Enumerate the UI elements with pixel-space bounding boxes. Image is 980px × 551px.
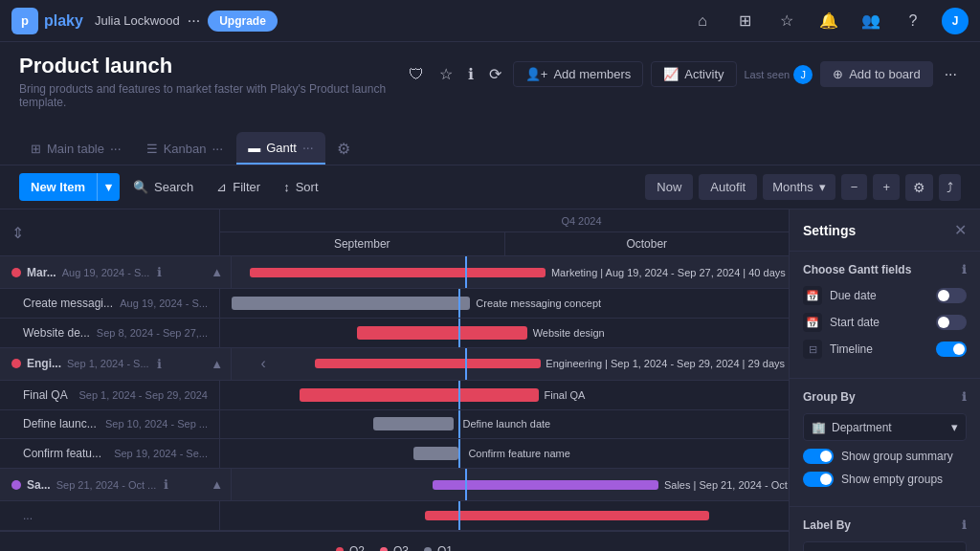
view-tabs: ⊞ Main table ··· ☰ Kanban ··· ▬ Gantt ··…: [0, 132, 980, 165]
marketing-chart-row: Marketing | Aug 19, 2024 - Sep 27, 2024 …: [239, 256, 777, 288]
task-sales-sub-label: ...: [0, 501, 220, 530]
marketing-date: Aug 19, 2024 - S...: [62, 267, 150, 278]
today-line-1: [465, 256, 467, 288]
task-confirm-feature-label: Confirm featu... Sep 19, 2024 - Se...: [0, 439, 220, 468]
gantt-label-header: ⇕: [0, 209, 220, 255]
add-members-button[interactable]: 👤+ Add members: [513, 61, 644, 87]
gantt-body: Mar... Aug 19, 2024 - S... ℹ ▲ Marketing…: [0, 256, 789, 531]
app-logo[interactable]: p plaky: [11, 8, 83, 34]
confirm-feature-bar: [413, 447, 459, 460]
gantt-fields-section: Choose Gantt fields ℹ 📅 Due date 📅 Start…: [790, 252, 980, 379]
bell-icon[interactable]: 🔔: [815, 8, 842, 34]
label-by-info[interactable]: ℹ: [962, 518, 967, 532]
start-date-label: Start date: [830, 316, 928, 329]
group-by-info[interactable]: ℹ: [962, 390, 967, 404]
user-menu-dots[interactable]: ···: [188, 12, 200, 30]
create-messaging-bar-label: Create messaging concept: [476, 298, 601, 309]
legend-q2-dot: [336, 547, 344, 552]
search-button[interactable]: 🔍 Search: [123, 174, 203, 200]
add-members-icon: 👤+: [525, 67, 548, 81]
activity-icon: 📈: [663, 67, 679, 81]
more-options-button[interactable]: ···: [941, 62, 961, 87]
legend-q1-dot: [424, 547, 432, 552]
start-date-toggle[interactable]: [936, 315, 967, 330]
sort-button[interactable]: ↕ Sort: [274, 174, 327, 200]
label-by-dropdown[interactable]: T Item name ▾: [803, 541, 967, 551]
marketing-info[interactable]: ℹ: [157, 265, 162, 279]
gantt-fields-info[interactable]: ℹ: [962, 263, 967, 276]
page-subtitle: Bring products and features to market fa…: [19, 82, 405, 109]
group-marketing-label: Mar... Aug 19, 2024 - S... ℹ ▲: [11, 256, 232, 288]
tab-main-table[interactable]: ⊞ Main table ···: [19, 133, 133, 164]
tab-gantt[interactable]: ▬ Gantt ···: [236, 132, 324, 165]
engineering-left-collapse[interactable]: ‹: [260, 355, 265, 372]
page-header: Product launch Bring products and featur…: [0, 42, 980, 121]
settings-close-button[interactable]: ✕: [954, 221, 967, 239]
shield-icon-btn[interactable]: 🛡: [405, 62, 428, 87]
logo-icon: p: [11, 8, 38, 34]
engineering-collapse[interactable]: ▲: [211, 357, 223, 371]
upgrade-button[interactable]: Upgrade: [208, 11, 278, 32]
tab-main-table-dots[interactable]: ···: [110, 141, 122, 156]
star-icon-btn[interactable]: ☆: [435, 61, 457, 87]
gantt-settings-button[interactable]: ⚙: [905, 174, 933, 201]
show-empty-groups-toggle[interactable]: [803, 472, 834, 487]
gantt-fields-title: Choose Gantt fields ℹ: [803, 263, 967, 276]
settings-panel: Settings ✕ Choose Gantt fields ℹ 📅 Due d…: [789, 209, 980, 551]
help-icon[interactable]: ?: [900, 8, 926, 34]
tab-gantt-dots[interactable]: ···: [302, 140, 314, 155]
info-icon-btn[interactable]: ℹ: [464, 61, 478, 87]
due-date-field: 📅 Due date: [803, 286, 967, 305]
timeline-toggle[interactable]: [936, 342, 967, 357]
tab-kanban-dots[interactable]: ···: [212, 141, 223, 156]
home-icon[interactable]: ⌂: [689, 8, 716, 34]
engineering-info[interactable]: ℹ: [157, 357, 162, 371]
department-icon: 🏢: [812, 421, 826, 434]
month-october: October: [505, 232, 790, 255]
tab-kanban[interactable]: ☰ Kanban ···: [135, 133, 235, 164]
group-engineering-header: Engi... Sep 1, 2024 - S... ℹ ▲ Engineeri…: [0, 348, 789, 381]
month-september: September: [220, 232, 505, 255]
show-group-summary-toggle[interactable]: [803, 449, 834, 464]
zoom-out-button[interactable]: −: [841, 174, 868, 200]
group-marketing-header: Mar... Aug 19, 2024 - S... ℹ ▲ Marketing…: [0, 256, 789, 289]
engineering-bar-label: Engineering | Sep 1, 2024 - Sep 29, 2024…: [546, 358, 785, 369]
new-item-label[interactable]: New Item: [19, 173, 97, 201]
engineering-dot: [11, 359, 21, 368]
people-icon[interactable]: 👥: [858, 8, 884, 34]
export-button[interactable]: ⤴: [939, 174, 961, 201]
app-name: plaky: [44, 12, 83, 30]
toolbar: New Item ▾ 🔍 Search ⊿ Filter ↕ Sort Now …: [0, 165, 980, 209]
due-date-toggle[interactable]: [936, 288, 967, 303]
filter-button[interactable]: ⊿ Filter: [207, 174, 270, 200]
new-item-dropdown-arrow[interactable]: ▾: [97, 173, 120, 201]
show-empty-groups-label: Show empty groups: [841, 473, 967, 486]
collapse-all-icon[interactable]: ⇕: [11, 224, 24, 242]
view-settings-button[interactable]: ⚙: [331, 134, 356, 164]
zoom-in-button[interactable]: +: [873, 174, 900, 200]
new-item-button[interactable]: New Item ▾: [19, 173, 120, 201]
add-to-board-button[interactable]: ⊕ Add to board: [820, 61, 932, 87]
star-icon[interactable]: ☆: [773, 8, 800, 34]
final-qa-chart: Final QA: [220, 381, 789, 409]
autofit-button[interactable]: Autofit: [699, 174, 757, 200]
create-messaging-bar: [232, 297, 470, 310]
due-date-icon: 📅: [803, 286, 822, 305]
months-dropdown[interactable]: Months ▾: [763, 174, 835, 200]
sales-dot: [11, 480, 21, 490]
apps-icon[interactable]: ⊞: [731, 8, 758, 34]
sales-collapse[interactable]: ▲: [211, 477, 223, 492]
marketing-collapse[interactable]: ▲: [211, 265, 223, 279]
task-define-launch: Define launc... Sep 10, 2024 - Sep ... D…: [0, 410, 789, 440]
cycle-icon-btn[interactable]: ⟳: [485, 61, 505, 87]
sales-info[interactable]: ℹ: [164, 477, 168, 492]
sales-date: Sep 21, 2024 - Oct ...: [56, 479, 157, 491]
group-by-dropdown[interactable]: 🏢 Department ▾: [803, 413, 967, 441]
task-define-launch-label: Define launc... Sep 10, 2024 - Sep ...: [0, 410, 220, 439]
today-line-4: [465, 348, 467, 380]
activity-button[interactable]: 📈 Activity: [651, 61, 736, 87]
avatar[interactable]: J: [942, 8, 969, 34]
gantt-legend: Q2 Q3 Q1: [0, 531, 789, 551]
now-button[interactable]: Now: [645, 174, 693, 200]
website-design-bar: [357, 326, 527, 340]
